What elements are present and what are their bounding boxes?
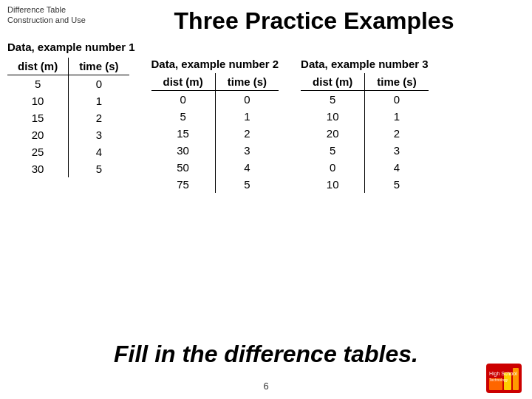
table-cell: 0: [301, 159, 365, 176]
table3-col1-header: dist (m): [301, 73, 365, 91]
table-cell: 0: [365, 91, 429, 109]
top-left-title: Difference Table Construction and Use: [7, 4, 86, 26]
table-cell: 5: [151, 108, 216, 125]
table-cell: 75: [151, 176, 216, 193]
table-cell: 3: [69, 126, 129, 143]
svg-text:Technology: Technology: [489, 378, 508, 382]
table-block-1: dist (m) time (s) 50101152203254305: [7, 58, 129, 177]
table1-col2-header: time (s): [69, 58, 129, 75]
table-row: 504: [151, 159, 279, 176]
table-cell: 0: [151, 91, 216, 109]
table-cell: 5: [7, 75, 69, 93]
title-line1: Difference Table: [7, 5, 66, 14]
table-cell: 0: [69, 75, 129, 93]
table-block-3: Data, example number 3 dist (m) time (s)…: [301, 58, 429, 193]
table-cell: 3: [365, 142, 429, 159]
table-row: 152: [151, 125, 279, 142]
table-row: 152: [7, 109, 129, 126]
table-cell: 10: [301, 176, 365, 193]
table-cell: 5: [301, 142, 365, 159]
table-cell: 30: [151, 142, 216, 159]
table-cell: 25: [7, 143, 69, 160]
table-cell: 2: [215, 125, 279, 142]
table-row: 101: [301, 108, 429, 125]
example1-label: Data, example number 1: [7, 41, 525, 53]
fill-in-text: Fill in the difference tables.: [0, 341, 532, 368]
table-row: 101: [7, 92, 129, 109]
table-row: 254: [7, 143, 129, 160]
table-cell: 20: [301, 125, 365, 142]
table-cell: 4: [215, 159, 279, 176]
table-cell: 1: [215, 108, 279, 125]
table-row: 755: [151, 176, 279, 193]
table-cell: 2: [69, 109, 129, 126]
table-row: 105: [301, 176, 429, 193]
content-area: Data, example number 1 dist (m) time (s)…: [7, 41, 525, 193]
example2-label: Data, example number 2: [151, 58, 279, 70]
table-cell: 4: [365, 159, 429, 176]
table-cell: 15: [151, 125, 216, 142]
table-row: 04: [301, 159, 429, 176]
table-cell: 5: [215, 176, 279, 193]
table-2: dist (m) time (s) 0051152303504755: [151, 73, 279, 193]
table-cell: 4: [69, 143, 129, 160]
table-row: 203: [7, 126, 129, 143]
table-cell: 5: [301, 91, 365, 109]
table3-col2-header: time (s): [365, 73, 429, 91]
table2-col1-header: dist (m): [151, 73, 216, 91]
table-row: 53: [301, 142, 429, 159]
table-cell: 20: [7, 126, 69, 143]
table-cell: 0: [215, 91, 279, 109]
table-cell: 15: [7, 109, 69, 126]
table-cell: 5: [365, 176, 429, 193]
example3-label: Data, example number 3: [301, 58, 429, 70]
table2-col2-header: time (s): [215, 73, 279, 91]
logo: High School Technology: [486, 364, 522, 393]
table-row: 50: [301, 91, 429, 109]
table-row: 00: [151, 91, 279, 109]
table-cell: 3: [215, 142, 279, 159]
table-row: 50: [7, 75, 129, 93]
tables-row: dist (m) time (s) 50101152203254305 Data…: [7, 58, 525, 193]
table-cell: 50: [151, 159, 216, 176]
table-1: dist (m) time (s) 50101152203254305: [7, 58, 129, 177]
table-row: 202: [301, 125, 429, 142]
table-block-2: Data, example number 2 dist (m) time (s)…: [151, 58, 279, 193]
table-row: 305: [7, 160, 129, 177]
page-number: 6: [0, 381, 532, 392]
table-cell: 10: [301, 108, 365, 125]
main-title: Three Practice Examples: [96, 7, 532, 35]
table-cell: 30: [7, 160, 69, 177]
table-cell: 1: [69, 92, 129, 109]
table-cell: 10: [7, 92, 69, 109]
table-cell: 2: [365, 125, 429, 142]
title-line2: Construction and Use: [7, 16, 86, 24]
table-3: dist (m) time (s) 501012025304105: [301, 73, 429, 193]
table-row: 303: [151, 142, 279, 159]
table-cell: 5: [69, 160, 129, 177]
table-row: 51: [151, 108, 279, 125]
table-cell: 1: [365, 108, 429, 125]
svg-text:High School: High School: [489, 371, 517, 377]
table1-col1-header: dist (m): [7, 58, 69, 75]
